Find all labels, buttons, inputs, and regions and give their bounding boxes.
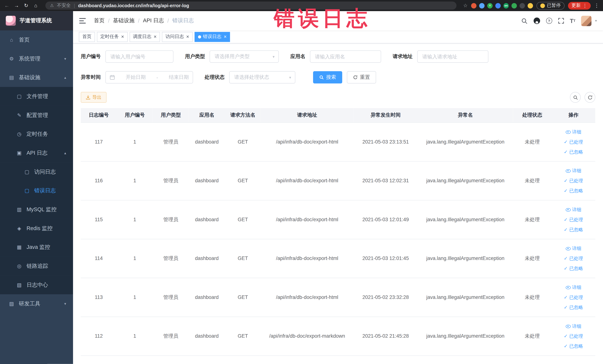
sidebar-item[interactable]: ⌂首页 <box>0 30 73 49</box>
mark-ignored-link[interactable]: ✓已忽略 <box>554 147 593 157</box>
font-size-icon[interactable]: TT <box>570 18 575 23</box>
mark-processed-link[interactable]: ✓已处理 <box>554 214 593 224</box>
detail-link[interactable]: 详细 <box>554 243 593 253</box>
mark-ignored-link[interactable]: ✓已忽略 <box>554 186 593 196</box>
table-row: 113 1 管理员 dashboard GET /api/infra/db-do… <box>81 278 595 317</box>
logo-link[interactable]: 芋道管理系统 <box>0 11 73 30</box>
user-type-select[interactable]: 请选择用户类型 ▾ <box>210 50 279 63</box>
detail-link[interactable]: 详细 <box>554 205 593 214</box>
sidebar-item[interactable]: ◎链路追踪 <box>0 257 73 276</box>
extension-red-icon[interactable] <box>471 3 476 8</box>
cell-status: 未处理 <box>513 122 551 161</box>
mark-processed-link[interactable]: ✓已处理 <box>554 176 593 186</box>
view-tab[interactable]: 定时任务× <box>97 32 128 42</box>
sidebar-item[interactable]: ▢错误日志 <box>0 181 73 200</box>
chevron-down-icon: ▾ <box>64 57 66 61</box>
avatar[interactable] <box>581 16 592 26</box>
request-url-input[interactable] <box>417 50 488 63</box>
mark-processed-link[interactable]: ✓已处理 <box>554 292 593 302</box>
sidebar-item[interactable]: ▢访问日志 <box>0 162 73 181</box>
address-divider: | <box>74 3 75 8</box>
search-button[interactable]: 搜索 <box>313 71 342 83</box>
check-icon: ✓ <box>564 294 568 300</box>
mark-processed-link[interactable]: ✓已处理 <box>554 137 593 147</box>
extension-leaf-icon[interactable] <box>511 3 517 8</box>
reload-icon[interactable]: ↻ <box>23 3 29 9</box>
tab-label: 定时任务 <box>100 33 119 40</box>
detail-link[interactable]: 详细 <box>554 127 593 137</box>
check-icon: ✓ <box>564 305 568 310</box>
sidebar-item[interactable]: ▦Java 监控 <box>0 238 73 257</box>
profile-emoji-icon[interactable] <box>528 3 533 8</box>
close-icon[interactable]: × <box>121 34 124 39</box>
exception-time-range-picker[interactable]: 开始日期 - 结束日期 <box>105 71 193 83</box>
sidebar-item[interactable]: ▢文件管理 <box>0 87 73 106</box>
breadcrumb-item[interactable]: 基础设施 <box>113 17 135 24</box>
browser-menu-icon[interactable]: ⋮ <box>594 3 599 9</box>
user-id-input[interactable] <box>105 50 173 63</box>
search-icon[interactable] <box>521 17 528 24</box>
sidebar-item[interactable]: ▥MySQL 监控 <box>0 200 73 219</box>
check-icon: ✓ <box>564 149 568 154</box>
extension-puzzle-icon[interactable] <box>520 3 525 8</box>
close-icon[interactable]: × <box>154 34 157 39</box>
detail-link[interactable]: 详细 <box>554 165 593 176</box>
cell-exception-name: java.lang.IllegalArgumentException <box>418 161 513 200</box>
logo-image <box>6 16 16 26</box>
refresh-button[interactable] <box>584 92 595 103</box>
github-icon[interactable] <box>533 17 540 24</box>
back-icon[interactable]: ← <box>4 3 10 9</box>
sidebar-item[interactable]: ▤基础设施▴ <box>0 68 73 87</box>
view-tab[interactable]: 访问日志× <box>162 32 193 42</box>
view-tab[interactable]: 错误日志× <box>195 32 230 42</box>
app-title: 芋道管理系统 <box>20 17 52 24</box>
view-tab[interactable]: 首页 <box>79 32 95 42</box>
hamburger-icon[interactable] <box>79 17 87 24</box>
mark-ignored-link[interactable]: ✓已忽略 <box>554 341 593 351</box>
sidebar-item[interactable]: ⚙系统管理▾ <box>0 49 73 68</box>
sidebar-item[interactable]: ▧日志中心 <box>0 275 73 294</box>
cell-method: GET <box>225 161 261 200</box>
extension-green-y-icon[interactable]: Y <box>487 3 493 8</box>
mark-processed-link[interactable]: ✓已处理 <box>554 253 593 263</box>
breadcrumb-item[interactable]: 首页 <box>94 17 104 24</box>
tab-label: 访问日志 <box>165 33 184 40</box>
view-tab[interactable]: 调度日志× <box>129 32 160 42</box>
help-icon[interactable]: ? <box>546 18 552 24</box>
process-status-select[interactable]: 请选择处理状态 ▾ <box>229 71 295 83</box>
home-icon[interactable]: ⌂ <box>33 3 39 9</box>
toggle-search-button[interactable] <box>570 92 581 103</box>
mark-ignored-link[interactable]: ✓已忽略 <box>554 263 593 273</box>
close-icon[interactable]: × <box>224 34 227 39</box>
mark-processed-link[interactable]: ✓已处理 <box>554 331 593 341</box>
paused-chip[interactable]: 已暂停 <box>536 2 564 9</box>
detail-link[interactable]: 详细 <box>554 321 593 331</box>
cell-user-type: 管理员 <box>153 239 189 278</box>
mark-ignored-link[interactable]: ✓已忽略 <box>554 302 593 312</box>
chevron-down-icon[interactable]: ▾ <box>595 19 597 23</box>
reset-button[interactable]: 重置 <box>347 71 376 83</box>
sidebar-item[interactable]: ◈Redis 监控 <box>0 219 73 238</box>
update-chip[interactable]: 更新 ⋮ <box>568 2 591 9</box>
extension-on-badge-icon[interactable]: on <box>503 3 509 8</box>
sidebar-item[interactable]: ✎配置管理 <box>0 106 73 125</box>
app-name-input[interactable] <box>310 50 381 63</box>
fullscreen-icon[interactable] <box>558 18 564 24</box>
forward-icon[interactable]: → <box>13 3 20 9</box>
detail-link[interactable]: 详细 <box>554 282 593 292</box>
close-icon[interactable]: × <box>186 34 189 39</box>
extension-blue-icon[interactable] <box>479 3 485 8</box>
check-icon: ✓ <box>564 266 568 271</box>
sidebar-item[interactable]: ▨研发工具▾ <box>0 294 73 313</box>
select-placeholder: 请选择处理状态 <box>234 74 269 81</box>
bookmark-star-icon[interactable]: ☆ <box>463 3 468 9</box>
export-button[interactable]: 导出 <box>81 92 107 103</box>
extension-grid-blue-icon[interactable] <box>495 3 501 8</box>
address-bar[interactable]: ⚠ 不安全 | dashboard.yudao.iocoder.cn/infra… <box>46 1 457 10</box>
breadcrumb-item[interactable]: API 日志 <box>143 17 164 24</box>
mark-ignored-link[interactable]: ✓已忽略 <box>554 224 593 235</box>
sidebar-item[interactable]: ◷定时任务 <box>0 125 73 143</box>
sidebar-item-label: 首页 <box>19 36 30 43</box>
download-icon <box>86 95 91 100</box>
sidebar-item[interactable]: ▣API 日志▴ <box>0 143 73 163</box>
